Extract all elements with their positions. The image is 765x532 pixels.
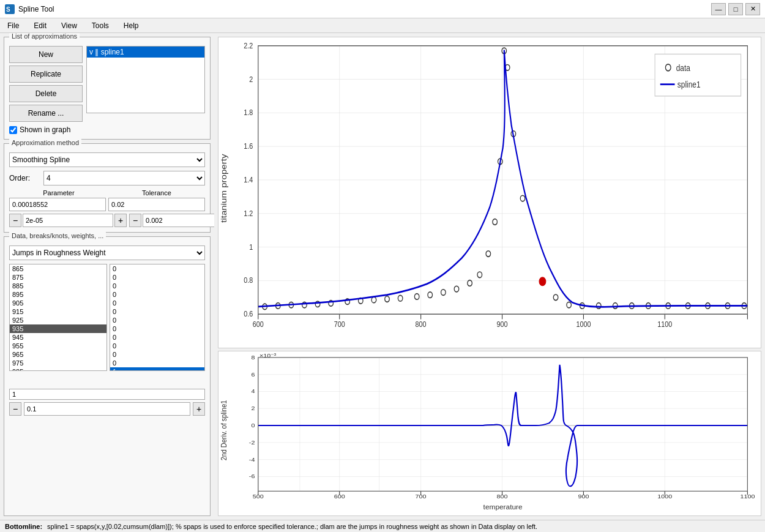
approx-buttons: New Replicate Delete Rename ...	[9, 46, 83, 122]
data-left-item[interactable]: 935	[10, 324, 106, 333]
svg-text:1000: 1000	[576, 320, 591, 329]
shown-in-graph-checkbox[interactable]	[9, 126, 17, 134]
menu-file[interactable]: File	[2, 20, 24, 31]
data-left-item[interactable]: 915	[10, 307, 106, 316]
data-left-item[interactable]: 985	[10, 367, 106, 371]
window-controls: — □ ✕	[711, 3, 760, 15]
data-right-item[interactable]: 0	[110, 264, 204, 273]
tol-step-group: − +	[129, 214, 214, 227]
svg-text:1.2: 1.2	[244, 209, 253, 219]
param-input[interactable]	[9, 198, 106, 211]
svg-text:0.6: 0.6	[244, 309, 253, 319]
data-right-item[interactable]: 0	[110, 350, 204, 359]
delete-button[interactable]: Delete	[9, 85, 83, 102]
data-right-item[interactable]: 0	[110, 342, 204, 350]
top-chart-svg: 2.2 2 1.8 1.6 1.4 1.2 1 0.8 0.6 600 700 …	[218, 37, 761, 348]
approx-list[interactable]: v ‖ spline1	[86, 46, 205, 113]
bottom-edit-display: 1	[9, 389, 205, 400]
menu-view[interactable]: View	[56, 20, 82, 31]
approx-list-item[interactable]: v ‖ spline1	[87, 47, 204, 58]
param-header-left: Parameter	[43, 189, 74, 197]
window-title: Spline Tool	[18, 5, 711, 13]
data-right-item[interactable]: 0	[110, 359, 204, 367]
method-select[interactable]: Smoothing Spline	[9, 152, 205, 167]
svg-text:1.6: 1.6	[244, 141, 253, 151]
data-left-item[interactable]: 965	[10, 350, 106, 359]
menu-edit[interactable]: Edit	[29, 20, 51, 31]
shown-in-graph-label[interactable]: Shown in graph	[20, 126, 70, 134]
data-left-item[interactable]: 875	[10, 273, 106, 282]
step-row: − + − +	[9, 214, 205, 227]
svg-text:1: 1	[249, 242, 253, 252]
svg-text:2: 2	[249, 74, 253, 84]
data-right-item[interactable]: 0	[110, 324, 204, 333]
maximize-button[interactable]: □	[728, 3, 743, 15]
svg-text:8: 8	[251, 354, 255, 361]
data-right-list[interactable]: 0000000000001	[110, 264, 205, 371]
rename-button[interactable]: Rename ...	[9, 105, 83, 122]
data-left-item[interactable]: 905	[10, 299, 106, 307]
svg-text:data: data	[676, 62, 691, 73]
svg-text:spline1: spline1	[677, 80, 701, 90]
method-group: Approximation method Smoothing Spline Or…	[4, 143, 211, 233]
svg-text:4: 4	[251, 388, 255, 395]
tol-step-input[interactable]	[143, 214, 214, 227]
app-icon: S	[5, 4, 15, 14]
approx-item-label: v ‖ spline1	[89, 48, 124, 56]
param-step-plus[interactable]: +	[114, 214, 127, 227]
data-left-list[interactable]: 865875885895905915925935945955965975985	[9, 264, 107, 371]
svg-text:900: 900	[497, 320, 508, 329]
param-step-minus[interactable]: −	[9, 214, 21, 227]
data-left-item[interactable]: 925	[10, 316, 106, 324]
new-button[interactable]: New	[9, 46, 83, 63]
menu-tools[interactable]: Tools	[87, 20, 114, 31]
menu-help[interactable]: Help	[119, 20, 144, 31]
data-right-item[interactable]: 0	[110, 282, 204, 290]
statusbar-label: Bottomline:	[5, 523, 42, 530]
svg-text:titanium property: titanium property	[220, 154, 228, 222]
data-step-input[interactable]	[24, 402, 190, 416]
data-right-item[interactable]: 0	[110, 290, 204, 299]
data-left-item[interactable]: 865	[10, 264, 106, 273]
data-right-item[interactable]: 0	[110, 307, 204, 316]
data-right-item[interactable]: 0	[110, 333, 204, 342]
replicate-button[interactable]: Replicate	[9, 66, 83, 83]
data-right-item[interactable]: 0	[110, 273, 204, 282]
data-left-item[interactable]: 885	[10, 282, 106, 290]
order-label: Order:	[9, 174, 40, 182]
data-left-item[interactable]: 955	[10, 342, 106, 350]
data-content: Jumps in Roughness Weight 86587588589590…	[9, 245, 205, 416]
tol-input[interactable]	[108, 198, 205, 211]
data-left-item[interactable]: 945	[10, 333, 106, 342]
approx-list-container: v ‖ spline1	[86, 46, 205, 122]
data-left-item[interactable]: 895	[10, 290, 106, 299]
data-left-item[interactable]: 975	[10, 359, 106, 367]
svg-text:temperature: temperature	[483, 504, 523, 511]
shown-in-graph-row: Shown in graph	[9, 126, 205, 134]
method-group-title: Approximation method	[9, 139, 81, 146]
close-button[interactable]: ✕	[745, 3, 760, 15]
tol-step-minus[interactable]: −	[129, 214, 141, 227]
minimize-button[interactable]: —	[711, 3, 726, 15]
svg-text:1.4: 1.4	[244, 175, 253, 185]
approximations-group: List of approximations New Replicate Del…	[4, 37, 211, 140]
svg-text:-4: -4	[249, 456, 255, 463]
data-step-plus[interactable]: +	[193, 402, 205, 416]
order-select[interactable]: 4	[43, 171, 205, 185]
data-right-item[interactable]: 1	[110, 367, 204, 371]
data-group: Data, breaks/knots, weights, ... Jumps i…	[4, 236, 211, 516]
statusbar-text: spline1 = spaps(x,y,[0.02,cumsum(dlam)])…	[47, 523, 537, 530]
data-col-left: 865875885895905915925935945955965975985	[9, 264, 107, 386]
svg-text:S: S	[6, 6, 10, 13]
order-row: Order: 4	[9, 171, 205, 185]
data-right-item[interactable]: 0	[110, 299, 204, 307]
data-right-item[interactable]: 0	[110, 316, 204, 324]
data-step-minus[interactable]: −	[9, 402, 21, 416]
param-step-group: − +	[9, 214, 127, 227]
approx-layout: New Replicate Delete Rename ... v ‖ spli…	[9, 46, 205, 122]
svg-text:700: 700	[334, 320, 345, 329]
param-step-input[interactable]	[23, 214, 113, 227]
svg-text:2.2: 2.2	[244, 41, 253, 51]
data-dropdown[interactable]: Jumps in Roughness Weight	[9, 245, 205, 260]
data-col-right: 0000000000001	[110, 264, 205, 386]
